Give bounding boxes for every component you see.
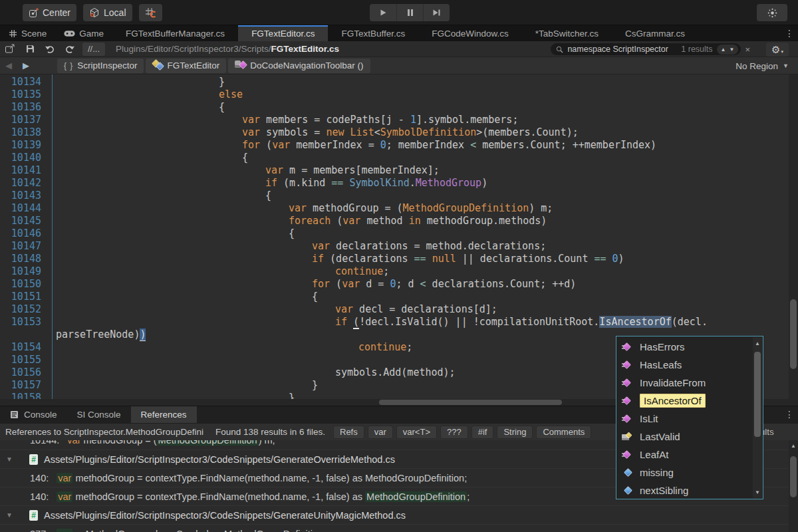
- tab-fgtexteditor-cs[interactable]: FGTextEditor.cs: [238, 25, 328, 41]
- code-line[interactable]: 10134}: [0, 76, 789, 88]
- result-file-row[interactable]: ▼#Assets/Plugins/Editor/ScriptInspector3…: [0, 505, 789, 524]
- code-line[interactable]: 10140{: [0, 152, 789, 164]
- breadcrumb-scriptinspector[interactable]: { }ScriptInspector: [57, 59, 144, 73]
- code-line[interactable]: 10149continue;: [0, 265, 789, 278]
- step-button[interactable]: [423, 4, 450, 21]
- code-line[interactable]: 10143{: [0, 190, 789, 202]
- code-line[interactable]: 10144var methodGroup = (MethodGroupDefin…: [0, 202, 789, 215]
- filter-[interactable]: ???: [440, 426, 468, 439]
- navigate-forward-button[interactable]: ▶: [17, 57, 35, 74]
- filter-var-t[interactable]: var<T>: [396, 426, 437, 439]
- play-button[interactable]: [370, 4, 396, 21]
- code-line[interactable]: 10139for (var memberIndex = 0; memberInd…: [0, 139, 789, 152]
- autocomplete-scrollbar[interactable]: ▲ ▼: [753, 337, 762, 498]
- open-external-button[interactable]: [0, 41, 20, 57]
- code-line[interactable]: 10147var declarations = method.declarati…: [0, 240, 789, 253]
- search-next-button[interactable]: ▼: [729, 47, 734, 53]
- search-input[interactable]: namespace ScriptInspector 1 results ▲ ▼: [551, 43, 741, 55]
- bottom-panel-menu[interactable]: ⋮: [783, 406, 795, 423]
- filter-string[interactable]: String: [497, 426, 533, 439]
- tab-fgtextbuffer-cs[interactable]: FGTextBuffer.cs: [328, 25, 418, 41]
- code-text: foreach (var method in methodGroup.metho…: [56, 215, 547, 227]
- code-line[interactable]: 10141var m = members[memberIndex];: [0, 164, 789, 177]
- autocomplete-item-islit[interactable]: IsLit: [617, 410, 752, 428]
- filter-var[interactable]: var: [368, 426, 393, 439]
- redo-button[interactable]: [60, 41, 80, 57]
- autocomplete-item-hasleafs[interactable]: HasLeafs: [617, 356, 752, 374]
- effects-button[interactable]: [757, 4, 787, 21]
- tab-fgtextbuffermanager-cs[interactable]: FGTextBufferManager.cs: [112, 25, 238, 41]
- results-scrollbar[interactable]: ▲: [789, 440, 798, 532]
- tab-tabswitcher-cs[interactable]: *TabSwitcher.cs: [522, 25, 612, 41]
- breadcrumb-docodenavigationtoolbar[interactable]: DoCodeNavigationToolbar (): [228, 59, 370, 73]
- code-line[interactable]: 10152var decl = declarations[d];: [0, 303, 789, 316]
- code-line[interactable]: 10136{: [0, 101, 789, 114]
- code-line[interactable]: 10135else: [0, 88, 789, 101]
- foldout-triangle-icon[interactable]: ▼: [6, 511, 13, 519]
- tab-csgrammar-cs[interactable]: CsGrammar.cs: [612, 25, 698, 41]
- code-line[interactable]: 10150for (var d = 0; d < declarations.Co…: [0, 278, 789, 291]
- method-icon: [622, 416, 635, 422]
- code-line[interactable]: 10146{: [0, 227, 789, 240]
- tab-label: *TabSwitcher.cs: [535, 29, 598, 39]
- autocomplete-item-leafat[interactable]: LeafAt: [617, 446, 752, 464]
- bottom-tab-si-console[interactable]: SI Console: [67, 406, 131, 423]
- results-scrollbar-thumb[interactable]: [790, 456, 797, 497]
- autocomplete-item-missing[interactable]: missing: [617, 464, 752, 481]
- code-line[interactable]: 10153if (!decl.IsValid() || !compilation…: [0, 316, 789, 329]
- result-code-row[interactable]: 377:var asMethodGroup = baseSymbol as Me…: [0, 524, 789, 532]
- autocomplete-scrollbar-thumb[interactable]: [754, 352, 761, 437]
- breadcrumb-fgtexteditor[interactable]: FGTextEditor: [146, 59, 226, 73]
- method-icon: [622, 362, 635, 368]
- filter-refs[interactable]: Refs: [333, 426, 364, 439]
- code-line[interactable]: 10151{: [0, 291, 789, 303]
- bottom-tab-references[interactable]: References: [131, 406, 197, 423]
- autocomplete-item-invalidatefrom[interactable]: InvalidateFrom: [617, 374, 752, 392]
- search-value: namespace ScriptInspector: [567, 45, 681, 54]
- code-line[interactable]: 10145foreach (var method in methodGroup.…: [0, 215, 789, 227]
- toggle-comment-button[interactable]: //...: [82, 43, 105, 56]
- autocomplete-item-isancestorof[interactable]: IsAncestorOf: [617, 392, 752, 410]
- code-line[interactable]: 10148if (declarations == null || declara…: [0, 253, 789, 265]
- pause-button[interactable]: [396, 4, 423, 21]
- code-line[interactable]: 10142if (m.kind == SymbolKind.MethodGrou…: [0, 177, 789, 190]
- code-vertical-scrollbar[interactable]: [789, 74, 798, 406]
- code-line[interactable]: 10137var members = codePaths[j - 1].symb…: [0, 114, 789, 126]
- main-toolbar: Center Local: [0, 0, 798, 25]
- code-horizontal-scrollbar-thumb[interactable]: [379, 400, 562, 405]
- scroll-down-arrow-icon[interactable]: ▼: [753, 487, 762, 497]
- search-close-button[interactable]: ×: [745, 45, 750, 55]
- line-number: 10156: [0, 366, 41, 379]
- code-line[interactable]: 10138var symbols = new List<SymbolDefini…: [0, 126, 789, 139]
- save-button[interactable]: [20, 41, 40, 57]
- handle-rotation-button[interactable]: Local: [83, 4, 132, 21]
- breadcrumb-label: DoCodeNavigationToolbar (): [250, 61, 363, 70]
- autocomplete-item-lastvalid[interactable]: LastValid: [617, 428, 752, 446]
- tab-overflow-menu[interactable]: ⋮: [783, 25, 795, 41]
- navigate-back-button[interactable]: ◀: [0, 57, 17, 74]
- grid-snap-button[interactable]: [139, 4, 162, 21]
- tab-game[interactable]: Game: [55, 25, 112, 41]
- line-number: 10142: [0, 177, 41, 190]
- line-number: 10157: [0, 379, 41, 392]
- filter-if[interactable]: #if: [471, 426, 494, 439]
- settings-gear-button[interactable]: ⚙▾: [766, 43, 789, 57]
- line-number: 10138: [0, 126, 41, 139]
- filter-comments[interactable]: Comments: [536, 426, 591, 439]
- foldout-triangle-icon[interactable]: ▼: [6, 456, 13, 463]
- search-prev-button[interactable]: ▲: [721, 47, 726, 53]
- method-icon: [622, 380, 635, 386]
- region-dropdown[interactable]: No Region ▼: [735, 57, 789, 74]
- scroll-up-arrow-icon[interactable]: ▲: [753, 338, 762, 348]
- undo-button[interactable]: [40, 41, 60, 57]
- autocomplete-item-nextsibling[interactable]: nextSibling: [617, 481, 752, 499]
- code-vertical-scrollbar-thumb[interactable]: [790, 299, 797, 369]
- tab-scene[interactable]: Scene: [0, 25, 55, 41]
- search-results-count: 1 results: [681, 45, 712, 54]
- bottom-tab-console[interactable]: Console: [0, 406, 67, 423]
- tab-fgcodewindow-cs[interactable]: FGCodeWindow.cs: [418, 25, 522, 41]
- autocomplete-item-haserrors[interactable]: HasErrors: [617, 338, 752, 356]
- csharp-file-icon: #: [29, 454, 38, 465]
- pivot-center-button[interactable]: Center: [23, 4, 76, 21]
- scroll-up-arrow-icon[interactable]: ▲: [789, 442, 798, 450]
